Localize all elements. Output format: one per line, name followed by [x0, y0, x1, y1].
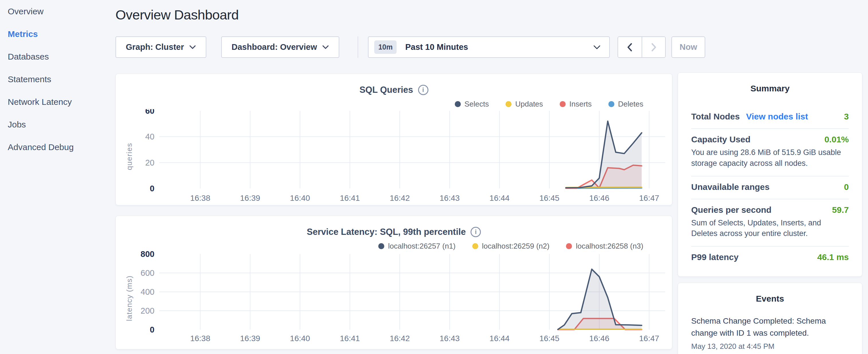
- sidebar-item-statements[interactable]: Statements: [8, 68, 115, 91]
- svg-text:0: 0: [150, 184, 154, 193]
- line-chart: 16:3816:3916:4016:4116:4216:4316:4416:45…: [121, 251, 668, 345]
- summary-label: P99 latency: [691, 252, 739, 262]
- time-forward-button[interactable]: [642, 37, 665, 57]
- svg-text:16:40: 16:40: [290, 334, 310, 343]
- summary-panel: Summary Total NodesView nodes list3Capac…: [678, 72, 862, 277]
- legend-label: Deletes: [618, 100, 643, 108]
- legend-label: localhost:26259 (n2): [482, 242, 550, 251]
- chart-legend: localhost:26257 (n1)localhost:26259 (n2)…: [378, 242, 643, 251]
- time-window-label: Past 10 Minutes: [405, 42, 468, 52]
- svg-text:16:40: 16:40: [290, 194, 310, 202]
- chevron-left-icon: [626, 42, 634, 53]
- svg-text:800: 800: [141, 251, 154, 259]
- summary-value: 0.01%: [825, 135, 849, 144]
- event-timestamp: May 13, 2020 at 4:45 PM: [691, 342, 849, 351]
- summary-label: Unavailable ranges: [691, 182, 769, 192]
- summary-row: Queries per second59.7Sum of Selects, Up…: [691, 199, 849, 246]
- info-icon[interactable]: i: [418, 85, 428, 95]
- event-row: Schema Change Completed: Schema change w…: [691, 315, 849, 351]
- chevron-down-icon: [322, 45, 329, 49]
- chart-title: SQL Queries: [359, 85, 413, 95]
- legend-dot-icon: [505, 101, 512, 107]
- svg-text:16:39: 16:39: [240, 334, 260, 343]
- svg-text:16:39: 16:39: [240, 194, 260, 202]
- time-window-dropdown[interactable]: 10m Past 10 Minutes: [368, 36, 610, 58]
- legend-item: localhost:26257 (n1): [378, 242, 456, 251]
- svg-text:16:38: 16:38: [190, 194, 210, 202]
- legend-item: Selects: [455, 100, 489, 108]
- svg-text:40: 40: [145, 132, 154, 141]
- svg-text:16:41: 16:41: [340, 194, 360, 202]
- events-panel: Events Schema Change Completed: Schema c…: [678, 283, 862, 354]
- summary-row: Total NodesView nodes list3: [691, 106, 849, 128]
- summary-row: Capacity Used0.01%You are using 28.6 MiB…: [691, 128, 849, 176]
- sidebar-item-network-latency[interactable]: Network Latency: [8, 91, 115, 113]
- dashboard-dropdown[interactable]: Dashboard: Overview: [221, 36, 339, 58]
- sql-queries-chart-card: SQL Queries i SelectsUpdatesInsertsDelet…: [116, 74, 672, 205]
- legend-item: Deletes: [608, 100, 643, 108]
- chevron-down-icon: [189, 45, 196, 49]
- now-button[interactable]: Now: [672, 36, 705, 58]
- legend-dot-icon: [472, 243, 478, 249]
- sidebar-item-advanced-debug[interactable]: Advanced Debug: [8, 136, 115, 158]
- svg-text:16:46: 16:46: [589, 194, 609, 202]
- summary-row: Unavailable ranges0: [691, 176, 849, 199]
- legend-label: Inserts: [569, 100, 592, 108]
- svg-text:400: 400: [141, 287, 154, 296]
- svg-text:16:42: 16:42: [390, 334, 410, 343]
- chart-title: Service Latency: SQL, 99th percentile: [307, 227, 466, 237]
- legend-label: localhost:26258 (n3): [576, 242, 643, 251]
- svg-text:16:45: 16:45: [539, 334, 559, 343]
- events-title: Events: [678, 294, 862, 303]
- legend-dot-icon: [455, 101, 461, 107]
- legend-item: Inserts: [560, 100, 592, 108]
- chevron-right-icon: [649, 42, 658, 53]
- divider: [358, 36, 358, 58]
- summary-value: 3: [844, 112, 849, 122]
- summary-description: You are using 28.6 MiB of 515.9 GiB usab…: [691, 147, 849, 169]
- legend-item: localhost:26258 (n3): [566, 242, 643, 251]
- time-back-button[interactable]: [618, 37, 642, 57]
- summary-label: Capacity Used: [691, 135, 750, 144]
- service-latency-chart-card: Service Latency: SQL, 99th percentile i …: [116, 216, 672, 349]
- line-chart: 16:3816:3916:4016:4116:4216:4316:4416:45…: [121, 109, 668, 204]
- svg-text:20: 20: [145, 158, 154, 167]
- summary-value: 59.7: [832, 205, 849, 215]
- graph-dropdown-label: Graph: Cluster: [126, 42, 184, 52]
- svg-text:200: 200: [141, 306, 154, 315]
- svg-text:16:41: 16:41: [340, 334, 360, 343]
- summary-value: 46.1 ms: [817, 252, 849, 262]
- sidebar: OverviewMetricsDatabasesStatementsNetwor…: [0, 0, 115, 354]
- chart-legend: SelectsUpdatesInsertsDeletes: [455, 100, 643, 108]
- time-pager: [618, 36, 666, 58]
- svg-text:60: 60: [145, 109, 154, 116]
- sidebar-item-jobs[interactable]: Jobs: [8, 113, 115, 136]
- legend-label: Selects: [465, 100, 489, 108]
- svg-text:16:46: 16:46: [589, 334, 609, 343]
- legend-dot-icon: [566, 243, 572, 249]
- page-title: Overview Dashboard: [116, 7, 239, 23]
- summary-row: P99 latency46.1 ms: [691, 246, 849, 269]
- sidebar-item-metrics[interactable]: Metrics: [8, 23, 115, 45]
- svg-text:16:47: 16:47: [639, 334, 659, 343]
- view-nodes-link[interactable]: View nodes list: [746, 112, 808, 122]
- dashboard-dropdown-label: Dashboard: Overview: [231, 42, 317, 52]
- svg-text:16:44: 16:44: [490, 194, 509, 202]
- summary-label: Queries per second: [691, 205, 771, 215]
- chevron-down-icon: [593, 45, 601, 50]
- sidebar-item-databases[interactable]: Databases: [8, 45, 115, 68]
- graph-dropdown[interactable]: Graph: Cluster: [116, 36, 206, 58]
- svg-text:16:43: 16:43: [440, 194, 460, 202]
- summary-label: Total Nodes: [691, 112, 740, 122]
- summary-title: Summary: [678, 84, 862, 93]
- svg-text:16:43: 16:43: [440, 334, 460, 343]
- legend-label: localhost:26257 (n1): [388, 242, 456, 251]
- sidebar-item-overview[interactable]: Overview: [8, 0, 115, 23]
- legend-item: Updates: [505, 100, 543, 108]
- controls-bar: Graph: Cluster Dashboard: Overview 10m P…: [116, 36, 705, 58]
- summary-description: Sum of Selects, Updates, Inserts, and De…: [691, 218, 849, 239]
- svg-text:0: 0: [150, 325, 154, 334]
- svg-text:16:42: 16:42: [390, 194, 410, 202]
- legend-item: localhost:26259 (n2): [472, 242, 550, 251]
- info-icon[interactable]: i: [470, 227, 481, 237]
